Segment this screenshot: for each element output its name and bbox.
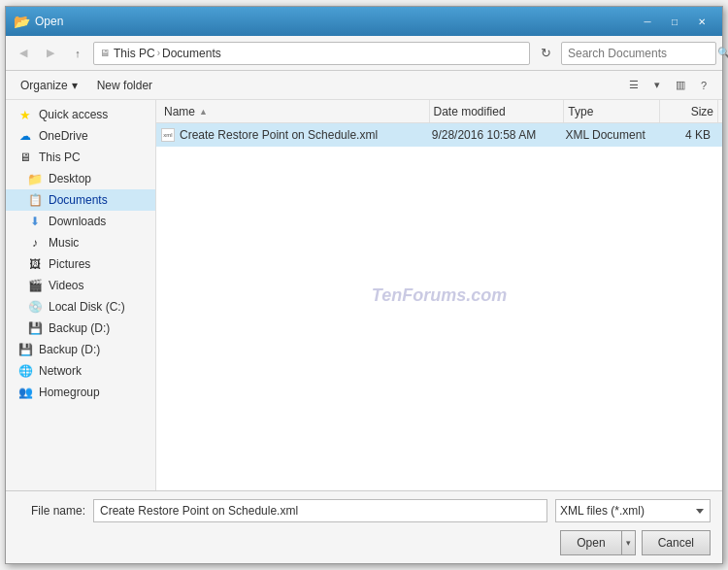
backup-d-2-icon: 💾	[17, 342, 33, 357]
sidebar: ★ Quick access ☁ OneDrive 🖥 This PC 📁 De…	[6, 100, 156, 490]
sidebar-label-documents: Documents	[49, 193, 108, 207]
quick-access-icon: ★	[17, 107, 33, 122]
col-header-name[interactable]: Name ▲	[160, 100, 430, 122]
minimize-button[interactable]: ─	[635, 11, 660, 32]
main-area: ★ Quick access ☁ OneDrive 🖥 This PC 📁 De…	[6, 100, 722, 490]
breadcrumb-path: This PC › Documents	[114, 47, 221, 60]
sidebar-label-pictures: Pictures	[49, 257, 90, 271]
file-size: 4 KB	[661, 128, 718, 142]
breadcrumb[interactable]: 🖥 This PC › Documents	[93, 42, 530, 65]
sidebar-item-backup-d-1[interactable]: 💾 Backup (D:)	[6, 318, 155, 339]
cancel-button[interactable]: Cancel	[642, 530, 711, 555]
back-button[interactable]: ◀	[12, 42, 35, 65]
videos-icon: 🎬	[27, 278, 43, 293]
sidebar-label-local-disk-c: Local Disk (C:)	[49, 300, 125, 314]
sidebar-label-onedrive: OneDrive	[39, 129, 88, 143]
file-date: 9/28/2016 10:58 AM	[432, 128, 566, 142]
bottom-bar: File name: XML files (*.xml) Open ▾ Canc…	[6, 490, 722, 563]
sidebar-label-videos: Videos	[49, 279, 83, 292]
file-name: Create Restore Point on Schedule.xml	[180, 128, 432, 142]
sidebar-item-desktop[interactable]: 📁 Desktop	[6, 168, 155, 189]
breadcrumb-this-pc: This PC	[114, 47, 155, 60]
search-input[interactable]	[568, 47, 713, 60]
sidebar-item-homegroup[interactable]: 👥 Homegroup	[6, 382, 155, 403]
file-list: TenForums.com Name ▲ Date modified Type …	[156, 100, 722, 490]
file-list-header: Name ▲ Date modified Type Size	[156, 100, 722, 123]
address-bar: ◀ ▶ ↑ 🖥 This PC › Documents ↻ 🔍	[6, 36, 722, 71]
sidebar-label-homegroup: Homegroup	[39, 386, 100, 399]
sidebar-item-videos[interactable]: 🎬 Videos	[6, 275, 155, 296]
help-button[interactable]: ?	[693, 75, 714, 96]
onedrive-icon: ☁	[17, 128, 33, 144]
action-row: Open ▾ Cancel	[17, 530, 711, 555]
sort-indicator: ▲	[199, 107, 208, 117]
open-dropdown-button[interactable]: ▾	[621, 530, 636, 555]
view-buttons: ☰ ▾ ▥ ?	[623, 75, 714, 96]
documents-icon: 📋	[27, 192, 43, 208]
sidebar-label-quick-access: Quick access	[39, 108, 108, 121]
backup-d-1-icon: 💾	[27, 320, 43, 336]
breadcrumb-documents: Documents	[162, 47, 221, 60]
close-button[interactable]: ✕	[689, 11, 714, 32]
music-icon: ♪	[27, 235, 43, 251]
file-type: XML Document	[565, 128, 660, 142]
refresh-button[interactable]: ↻	[534, 42, 557, 65]
sidebar-item-quick-access[interactable]: ★ Quick access	[6, 104, 155, 125]
view-dropdown-button[interactable]: ▾	[646, 75, 668, 96]
organize-arrow: ▾	[72, 79, 78, 92]
sidebar-item-pictures[interactable]: 🖼 Pictures	[6, 253, 155, 275]
sidebar-label-music: Music	[49, 236, 79, 250]
sidebar-item-backup-d-2[interactable]: 💾 Backup (D:)	[6, 339, 155, 360]
filetype-select[interactable]: XML files (*.xml)	[555, 499, 711, 522]
col-header-size[interactable]: Size	[660, 100, 718, 122]
col-header-date[interactable]: Date modified	[430, 100, 565, 122]
new-folder-button[interactable]: New folder	[90, 75, 159, 96]
homegroup-icon: 👥	[17, 385, 33, 400]
sidebar-label-this-pc: This PC	[39, 151, 81, 164]
file-item-1[interactable]: xml Create Restore Point on Schedule.xml…	[156, 123, 722, 147]
search-icon: 🔍	[717, 47, 728, 59]
filename-label: File name:	[17, 504, 85, 518]
downloads-icon: ⬇	[27, 214, 43, 229]
sidebar-label-network: Network	[39, 364, 82, 378]
toolbar: Organize ▾ New folder ☰ ▾ ▥ ?	[6, 71, 722, 100]
open-button[interactable]: Open	[560, 530, 620, 555]
breadcrumb-icon: 🖥	[100, 48, 110, 58]
sidebar-label-desktop: Desktop	[49, 172, 91, 185]
open-dialog: 📂 Open ─ □ ✕ ◀ ▶ ↑ 🖥 This PC › Documents…	[5, 6, 723, 564]
this-pc-icon: 🖥	[17, 150, 33, 165]
sidebar-item-local-disk-c[interactable]: 💿 Local Disk (C:)	[6, 296, 155, 318]
col-header-type[interactable]: Type	[564, 100, 660, 122]
desktop-icon: 📁	[27, 171, 43, 186]
sidebar-item-this-pc[interactable]: 🖥 This PC	[6, 147, 155, 168]
file-icon-xml: xml	[160, 127, 176, 143]
organize-label: Organize	[20, 79, 68, 92]
window-controls: ─ □ ✕	[635, 11, 714, 32]
open-button-group: Open ▾	[560, 530, 635, 555]
search-box[interactable]: 🔍	[561, 42, 716, 65]
sidebar-item-downloads[interactable]: ⬇ Downloads	[6, 211, 155, 232]
forward-button[interactable]: ▶	[39, 42, 62, 65]
sidebar-label-backup-d-1: Backup (D:)	[49, 321, 110, 335]
view-pane-button[interactable]: ▥	[670, 75, 691, 96]
sidebar-item-documents[interactable]: 📋 Documents	[6, 189, 155, 211]
up-button[interactable]: ↑	[66, 42, 89, 65]
organize-button[interactable]: Organize ▾	[14, 75, 84, 96]
dialog-title: Open	[35, 15, 635, 28]
breadcrumb-separator: ›	[157, 48, 160, 58]
view-details-button[interactable]: ☰	[623, 75, 645, 96]
sidebar-label-backup-d-2: Backup (D:)	[39, 343, 100, 356]
new-folder-label: New folder	[97, 79, 152, 92]
title-bar: 📂 Open ─ □ ✕	[6, 7, 722, 36]
filename-row: File name: XML files (*.xml)	[17, 499, 711, 522]
sidebar-item-network[interactable]: 🌐 Network	[6, 360, 155, 382]
pictures-icon: 🖼	[27, 256, 43, 272]
maximize-button[interactable]: □	[662, 11, 687, 32]
sidebar-item-music[interactable]: ♪ Music	[6, 232, 155, 253]
network-icon: 🌐	[17, 363, 33, 379]
local-disk-c-icon: 💿	[27, 299, 43, 315]
file-items: xml Create Restore Point on Schedule.xml…	[156, 123, 722, 490]
filename-input[interactable]	[93, 499, 547, 522]
sidebar-item-onedrive[interactable]: ☁ OneDrive	[6, 125, 155, 147]
sidebar-label-downloads: Downloads	[49, 215, 106, 228]
